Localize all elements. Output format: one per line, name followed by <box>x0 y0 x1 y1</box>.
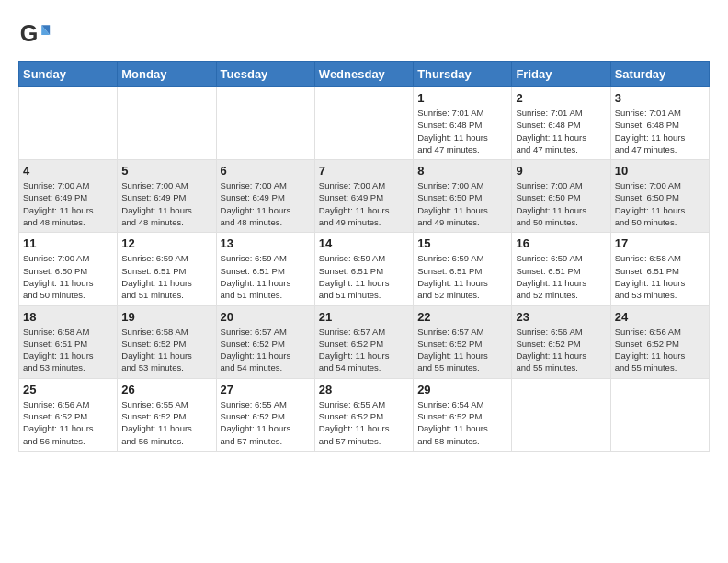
day-number: 4 <box>23 164 113 178</box>
day-info: Sunrise: 6:58 AM Sunset: 6:51 PM Dayligh… <box>23 326 113 374</box>
page-header: G <box>18 18 710 52</box>
calendar-cell: 12Sunrise: 6:59 AM Sunset: 6:51 PM Dayli… <box>118 233 216 305</box>
day-number: 2 <box>516 91 606 105</box>
day-number: 5 <box>121 164 211 178</box>
day-number: 1 <box>417 91 507 105</box>
weekday-header-saturday: Saturday <box>610 62 709 87</box>
day-info: Sunrise: 6:54 AM Sunset: 6:52 PM Dayligh… <box>417 398 507 447</box>
weekday-header-row: SundayMondayTuesdayWednesdayThursdayFrid… <box>19 62 710 87</box>
day-info: Sunrise: 6:59 AM Sunset: 6:51 PM Dayligh… <box>221 252 311 301</box>
day-number: 27 <box>221 383 311 396</box>
calendar-cell: 18Sunrise: 6:58 AM Sunset: 6:51 PM Dayli… <box>19 305 118 378</box>
calendar-cell: 5Sunrise: 7:00 AM Sunset: 6:49 PM Daylig… <box>118 160 216 233</box>
day-number: 20 <box>221 310 311 324</box>
day-number: 17 <box>615 236 705 250</box>
calendar-cell: 28Sunrise: 6:55 AM Sunset: 6:52 PM Dayli… <box>314 378 413 451</box>
day-info: Sunrise: 6:58 AM Sunset: 6:52 PM Dayligh… <box>121 326 211 374</box>
day-info: Sunrise: 6:59 AM Sunset: 6:51 PM Dayligh… <box>121 252 211 301</box>
calendar-cell: 16Sunrise: 6:59 AM Sunset: 6:51 PM Dayli… <box>512 233 610 305</box>
day-info: Sunrise: 7:01 AM Sunset: 6:48 PM Dayligh… <box>417 107 507 155</box>
calendar-cell: 6Sunrise: 7:00 AM Sunset: 6:49 PM Daylig… <box>216 160 314 233</box>
calendar-cell: 24Sunrise: 6:56 AM Sunset: 6:52 PM Dayli… <box>610 305 709 378</box>
day-number: 8 <box>417 164 507 178</box>
calendar-cell: 11Sunrise: 7:00 AM Sunset: 6:50 PM Dayli… <box>19 233 118 305</box>
calendar-cell <box>216 87 314 160</box>
calendar-cell: 25Sunrise: 6:56 AM Sunset: 6:52 PM Dayli… <box>19 378 118 451</box>
calendar-cell: 23Sunrise: 6:56 AM Sunset: 6:52 PM Dayli… <box>512 305 610 378</box>
day-info: Sunrise: 7:00 AM Sunset: 6:49 PM Dayligh… <box>23 179 113 228</box>
day-info: Sunrise: 6:56 AM Sunset: 6:52 PM Dayligh… <box>23 398 113 447</box>
logo-icon: G <box>18 18 51 52</box>
day-info: Sunrise: 7:00 AM Sunset: 6:50 PM Dayligh… <box>417 179 507 228</box>
calendar-cell <box>19 87 118 160</box>
calendar-week-row: 4Sunrise: 7:00 AM Sunset: 6:49 PM Daylig… <box>19 160 710 233</box>
calendar-week-row: 11Sunrise: 7:00 AM Sunset: 6:50 PM Dayli… <box>19 233 710 305</box>
calendar-cell: 2Sunrise: 7:01 AM Sunset: 6:48 PM Daylig… <box>512 87 610 160</box>
day-info: Sunrise: 7:00 AM Sunset: 6:50 PM Dayligh… <box>23 252 113 301</box>
calendar-cell: 3Sunrise: 7:01 AM Sunset: 6:48 PM Daylig… <box>610 87 709 160</box>
day-info: Sunrise: 7:00 AM Sunset: 6:50 PM Dayligh… <box>516 179 606 228</box>
day-number: 22 <box>417 310 507 324</box>
svg-text:G: G <box>20 20 39 46</box>
calendar-cell: 13Sunrise: 6:59 AM Sunset: 6:51 PM Dayli… <box>216 233 314 305</box>
day-number: 23 <box>516 310 606 324</box>
day-info: Sunrise: 6:56 AM Sunset: 6:52 PM Dayligh… <box>516 326 606 374</box>
calendar-cell: 7Sunrise: 7:00 AM Sunset: 6:49 PM Daylig… <box>314 160 413 233</box>
day-number: 15 <box>417 236 507 250</box>
calendar-week-row: 18Sunrise: 6:58 AM Sunset: 6:51 PM Dayli… <box>19 305 710 378</box>
weekday-header-tuesday: Tuesday <box>216 62 314 87</box>
day-number: 25 <box>23 383 113 396</box>
day-info: Sunrise: 6:55 AM Sunset: 6:52 PM Dayligh… <box>319 398 409 447</box>
day-number: 10 <box>615 164 705 178</box>
weekday-header-friday: Friday <box>512 62 610 87</box>
day-number: 7 <box>319 164 409 178</box>
day-number: 26 <box>121 383 211 396</box>
day-info: Sunrise: 6:55 AM Sunset: 6:52 PM Dayligh… <box>121 398 211 447</box>
day-number: 24 <box>615 310 705 324</box>
weekday-header-monday: Monday <box>118 62 216 87</box>
day-number: 21 <box>319 310 409 324</box>
day-info: Sunrise: 6:56 AM Sunset: 6:52 PM Dayligh… <box>615 326 705 374</box>
day-info: Sunrise: 6:59 AM Sunset: 6:51 PM Dayligh… <box>516 252 606 301</box>
day-info: Sunrise: 6:57 AM Sunset: 6:52 PM Dayligh… <box>417 326 507 374</box>
day-number: 18 <box>23 310 113 324</box>
calendar-cell: 8Sunrise: 7:00 AM Sunset: 6:50 PM Daylig… <box>414 160 512 233</box>
calendar-cell: 27Sunrise: 6:55 AM Sunset: 6:52 PM Dayli… <box>216 378 314 451</box>
day-number: 28 <box>319 383 409 396</box>
day-info: Sunrise: 7:01 AM Sunset: 6:48 PM Dayligh… <box>615 107 705 155</box>
calendar-cell: 20Sunrise: 6:57 AM Sunset: 6:52 PM Dayli… <box>216 305 314 378</box>
weekday-header-thursday: Thursday <box>414 62 512 87</box>
day-info: Sunrise: 6:55 AM Sunset: 6:52 PM Dayligh… <box>221 398 311 447</box>
day-number: 6 <box>221 164 311 178</box>
calendar-cell: 4Sunrise: 7:00 AM Sunset: 6:49 PM Daylig… <box>19 160 118 233</box>
calendar-cell <box>118 87 216 160</box>
logo: G <box>18 18 55 52</box>
calendar-cell: 26Sunrise: 6:55 AM Sunset: 6:52 PM Dayli… <box>118 378 216 451</box>
day-number: 9 <box>516 164 606 178</box>
calendar-body: 1Sunrise: 7:01 AM Sunset: 6:48 PM Daylig… <box>19 87 710 452</box>
calendar-cell: 17Sunrise: 6:58 AM Sunset: 6:51 PM Dayli… <box>610 233 709 305</box>
calendar-cell: 19Sunrise: 6:58 AM Sunset: 6:52 PM Dayli… <box>118 305 216 378</box>
calendar-cell: 29Sunrise: 6:54 AM Sunset: 6:52 PM Dayli… <box>414 378 512 451</box>
calendar-week-row: 25Sunrise: 6:56 AM Sunset: 6:52 PM Dayli… <box>19 378 710 451</box>
calendar-cell: 9Sunrise: 7:00 AM Sunset: 6:50 PM Daylig… <box>512 160 610 233</box>
day-info: Sunrise: 6:58 AM Sunset: 6:51 PM Dayligh… <box>615 252 705 301</box>
day-number: 12 <box>121 236 211 250</box>
calendar-header: SundayMondayTuesdayWednesdayThursdayFrid… <box>19 62 710 87</box>
calendar-cell: 22Sunrise: 6:57 AM Sunset: 6:52 PM Dayli… <box>414 305 512 378</box>
calendar-cell <box>610 378 709 451</box>
day-number: 16 <box>516 236 606 250</box>
day-number: 29 <box>417 383 507 396</box>
calendar-cell <box>512 378 610 451</box>
calendar-cell: 21Sunrise: 6:57 AM Sunset: 6:52 PM Dayli… <box>314 305 413 378</box>
day-number: 13 <box>221 236 311 250</box>
calendar-cell: 10Sunrise: 7:00 AM Sunset: 6:50 PM Dayli… <box>610 160 709 233</box>
calendar-week-row: 1Sunrise: 7:01 AM Sunset: 6:48 PM Daylig… <box>19 87 710 160</box>
day-info: Sunrise: 6:59 AM Sunset: 6:51 PM Dayligh… <box>319 252 409 301</box>
day-number: 19 <box>121 310 211 324</box>
weekday-header-sunday: Sunday <box>19 62 118 87</box>
day-number: 3 <box>615 91 705 105</box>
day-info: Sunrise: 7:00 AM Sunset: 6:49 PM Dayligh… <box>319 179 409 228</box>
day-info: Sunrise: 6:57 AM Sunset: 6:52 PM Dayligh… <box>221 326 311 374</box>
calendar-cell <box>314 87 413 160</box>
